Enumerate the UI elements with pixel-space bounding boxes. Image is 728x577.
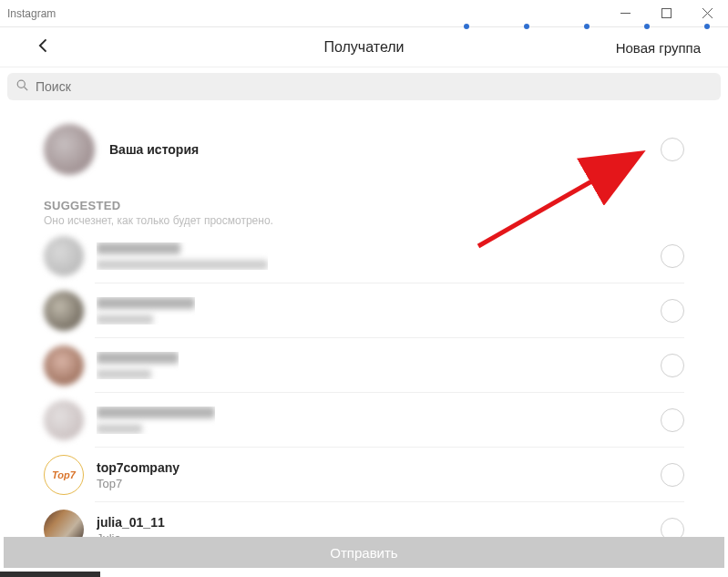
send-button[interactable]: Отправить bbox=[4, 537, 724, 568]
recipient-name: top7company bbox=[97, 460, 179, 475]
recipient-name bbox=[97, 352, 179, 364]
svg-point-1 bbox=[17, 80, 25, 88]
back-button[interactable] bbox=[35, 36, 53, 58]
recipient-row[interactable] bbox=[0, 393, 728, 448]
your-story-avatar bbox=[44, 124, 95, 175]
suggested-subtitle: Оно исчезнет, как только будет просмотре… bbox=[44, 214, 684, 227]
pager-dots bbox=[464, 24, 710, 29]
suggested-title: SUGGESTED bbox=[44, 199, 684, 212]
recipient-row[interactable] bbox=[0, 229, 728, 283]
your-story-row[interactable]: Ваша история bbox=[0, 115, 728, 193]
recipient-name: julia_01_11 bbox=[97, 515, 165, 530]
recipient-sub bbox=[97, 260, 268, 270]
recipient-row[interactable]: Top7 top7company Top7 bbox=[0, 448, 728, 502]
recipient-sub bbox=[97, 369, 151, 379]
page-header: Получатели Новая группа bbox=[0, 27, 728, 67]
loading-indicator bbox=[0, 572, 100, 577]
recipient-radio[interactable] bbox=[661, 408, 684, 432]
avatar bbox=[44, 345, 84, 386]
new-group-link[interactable]: Новая группа bbox=[616, 39, 701, 55]
avatar bbox=[44, 400, 84, 440]
recipient-name bbox=[97, 297, 195, 309]
recipient-radio[interactable] bbox=[661, 354, 684, 377]
recipient-sub: Top7 bbox=[97, 477, 179, 490]
search-input[interactable] bbox=[36, 79, 712, 94]
content-area: Ваша история SUGGESTED Оно исчезнет, как… bbox=[0, 106, 728, 542]
svg-line-2 bbox=[25, 88, 28, 91]
search-icon bbox=[16, 78, 28, 95]
recipient-sub bbox=[97, 424, 142, 434]
your-story-label: Ваша история bbox=[109, 142, 199, 157]
recipient-radio[interactable] bbox=[661, 463, 684, 487]
avatar bbox=[44, 236, 84, 276]
recipient-list: Top7 top7company Top7 julia_01_11 Julia bbox=[0, 229, 728, 542]
window-title: Instagram bbox=[7, 7, 56, 20]
your-story-radio[interactable] bbox=[661, 138, 684, 161]
search-container bbox=[0, 67, 728, 106]
recipient-sub bbox=[97, 314, 153, 325]
suggested-header: SUGGESTED Оно исчезнет, как только будет… bbox=[0, 193, 728, 229]
recipient-name bbox=[97, 242, 180, 254]
recipient-radio[interactable] bbox=[661, 299, 684, 323]
page-title: Получатели bbox=[323, 39, 404, 56]
recipient-row[interactable] bbox=[0, 338, 728, 393]
recipient-row[interactable] bbox=[0, 283, 728, 338]
search-bar[interactable] bbox=[7, 73, 721, 100]
recipient-name bbox=[97, 407, 215, 418]
avatar bbox=[44, 291, 84, 331]
avatar: Top7 bbox=[44, 455, 84, 495]
recipient-radio[interactable] bbox=[661, 244, 684, 268]
svg-rect-0 bbox=[662, 9, 672, 18]
